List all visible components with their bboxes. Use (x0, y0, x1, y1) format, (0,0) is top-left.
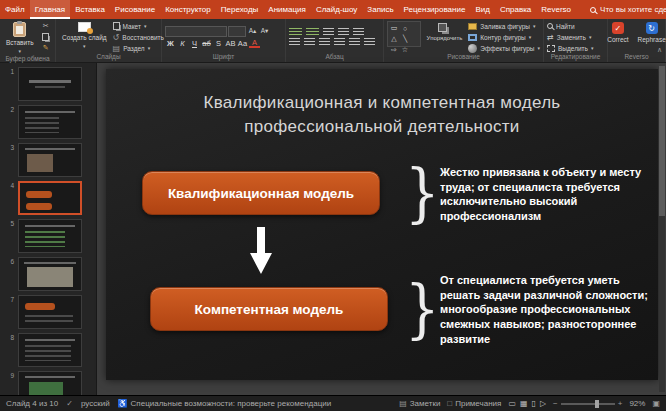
format-painter-icon[interactable] (40, 43, 52, 53)
shape-fill-button[interactable]: Заливка фигуры ▾ (468, 21, 540, 31)
fit-to-window-icon[interactable]: ▣ (652, 399, 660, 408)
reset-button[interactable]: ↺ Восстановить (113, 32, 164, 42)
tell-me-search[interactable]: Что вы хотите сделать? (584, 0, 666, 19)
thumbnail-slide-8[interactable]: 8 (0, 331, 96, 369)
line-shape-icon[interactable] (400, 34, 410, 44)
tab-design[interactable]: Конструктор (160, 0, 216, 19)
thumbnail-slide-2[interactable]: 2 (0, 103, 96, 141)
reading-view-icon[interactable]: ▯ (532, 399, 536, 408)
zoom-in-icon[interactable]: + (618, 399, 623, 408)
zoom-slider[interactable] (561, 403, 615, 405)
reverso-rephrase-button[interactable]: Rephrase (635, 21, 666, 44)
tab-home[interactable]: Главная (30, 0, 70, 19)
slide-thumbnail[interactable] (18, 67, 82, 101)
vertical-scrollbar[interactable] (659, 66, 665, 392)
tab-animations[interactable]: Анимация (263, 0, 311, 19)
arrange-button[interactable]: Упорядочить (424, 21, 466, 42)
slide-editing-area[interactable]: Квалификационная и компетентная модель п… (97, 63, 666, 395)
tab-review[interactable]: Рецензирование (399, 0, 471, 19)
decrease-font-icon[interactable] (259, 26, 270, 37)
character-spacing-button[interactable]: АВ (225, 38, 236, 49)
new-slide-button[interactable]: Создать слайд ▾ (59, 21, 110, 50)
font-color-button[interactable]: А (249, 38, 260, 48)
qualification-model-box[interactable]: Квалификационная модель (142, 171, 380, 215)
copy-icon[interactable] (40, 32, 52, 42)
cut-icon[interactable] (40, 21, 52, 31)
shape-outline-button[interactable]: Контур фигуры ▾ (468, 32, 540, 42)
align-center-icon[interactable] (304, 38, 315, 47)
bullets-icon[interactable] (289, 28, 302, 37)
zoom-out-icon[interactable]: − (553, 399, 558, 408)
slide-thumbnail[interactable] (18, 105, 82, 139)
slideshow-view-icon[interactable]: ▷ (540, 399, 546, 408)
thumbnail-slide-7[interactable]: 7 (0, 293, 96, 331)
paste-button[interactable]: Вставить ▾ (3, 21, 37, 55)
tab-insert[interactable]: Вставка (70, 0, 110, 19)
strikethrough-button[interactable]: аб (201, 38, 212, 49)
ellipse-shape-icon[interactable] (400, 23, 410, 33)
comments-button[interactable]: □ Примечания (447, 399, 501, 408)
slide-thumbnail[interactable] (18, 257, 82, 291)
columns-icon[interactable] (349, 38, 360, 47)
shape-effects-button[interactable]: Эффекты фигуры ▾ (468, 43, 540, 53)
shapes-gallery[interactable] (387, 21, 421, 47)
replace-button[interactable]: Заменить ▾ (547, 32, 604, 42)
down-arrow-shape[interactable] (250, 227, 272, 275)
collapse-ribbon-icon[interactable]: ∧ (657, 46, 662, 54)
tab-slideshow[interactable]: Слайд-шоу (311, 0, 362, 19)
increase-indent-icon[interactable] (338, 28, 349, 37)
text-shadow-button[interactable]: S (213, 38, 224, 49)
change-case-button[interactable]: Аа (237, 38, 248, 49)
tab-help[interactable]: Справка (495, 0, 536, 19)
slide-thumbnail[interactable] (18, 295, 82, 329)
slide-thumbnail-panel[interactable]: 1 2 3 4 5 6 7 8 9 (0, 63, 97, 395)
slide-thumbnail[interactable] (18, 371, 82, 395)
current-slide[interactable]: Квалификационная и компетентная модель п… (106, 69, 658, 380)
align-right-icon[interactable] (319, 38, 330, 47)
slide-thumbnail[interactable] (18, 219, 82, 253)
competence-model-box[interactable]: Компетентная модель (150, 287, 388, 331)
layout-button[interactable]: Макет ▾ (113, 21, 164, 31)
reverso-correct-button[interactable]: Correct (604, 21, 631, 44)
italic-button[interactable]: К (177, 38, 188, 49)
notes-button[interactable]: ▤ Заметки (399, 399, 440, 408)
thumbnail-slide-6[interactable]: 6 (0, 255, 96, 293)
competence-model-description[interactable]: От специалиста требуется уметь решать за… (440, 273, 654, 346)
font-name-combobox[interactable] (165, 26, 227, 37)
decrease-indent-icon[interactable] (323, 28, 334, 37)
slide-title[interactable]: Квалификационная и компетентная модель п… (146, 91, 618, 139)
thumbnail-slide-5[interactable]: 5 (0, 217, 96, 255)
rectangle-shape-icon[interactable] (389, 23, 399, 33)
tab-draw[interactable]: Рисование (110, 0, 160, 19)
tab-reverso[interactable]: Reverso (536, 0, 576, 19)
tab-record[interactable]: Запись (362, 0, 398, 19)
thumbnail-slide-1[interactable]: 1 (0, 65, 96, 103)
qualification-model-description[interactable]: Жестко привязана к объекту и месту труда… (440, 165, 654, 224)
zoom-control[interactable]: − + (553, 399, 622, 408)
scrollbar-thumb[interactable] (659, 66, 665, 216)
section-button[interactable]: ▤ Раздел ▾ (113, 43, 164, 53)
language-indicator[interactable]: русский (81, 399, 110, 408)
spelling-icon[interactable]: ✓ (66, 399, 73, 408)
slide-thumbnail[interactable] (18, 181, 82, 215)
justify-icon[interactable] (334, 38, 345, 47)
text-direction-icon[interactable] (364, 38, 375, 47)
numbering-icon[interactable] (306, 28, 319, 37)
tab-view[interactable]: Вид (470, 0, 494, 19)
tab-transitions[interactable]: Переходы (216, 0, 264, 19)
underline-button[interactable]: Ч (189, 38, 200, 49)
accessibility-checker[interactable]: ♿ Специальные возможности: проверьте рек… (118, 399, 332, 408)
increase-font-icon[interactable] (247, 26, 258, 37)
thumbnail-slide-3[interactable]: 3 (0, 141, 96, 179)
zoom-slider-thumb[interactable] (595, 400, 599, 408)
bold-button[interactable]: Ж (165, 38, 176, 49)
thumbnail-slide-4-selected[interactable]: 4 (0, 179, 96, 217)
slide-sorter-view-icon[interactable]: ▦ (520, 399, 528, 408)
tab-file[interactable]: Файл (0, 0, 30, 19)
triangle-shape-icon[interactable] (389, 34, 399, 44)
slide-thumbnail[interactable] (18, 143, 82, 177)
find-button[interactable]: Найти (547, 21, 604, 31)
align-left-icon[interactable] (289, 38, 300, 47)
line-spacing-icon[interactable] (353, 28, 364, 37)
thumbnail-slide-9[interactable]: 9 (0, 369, 96, 395)
